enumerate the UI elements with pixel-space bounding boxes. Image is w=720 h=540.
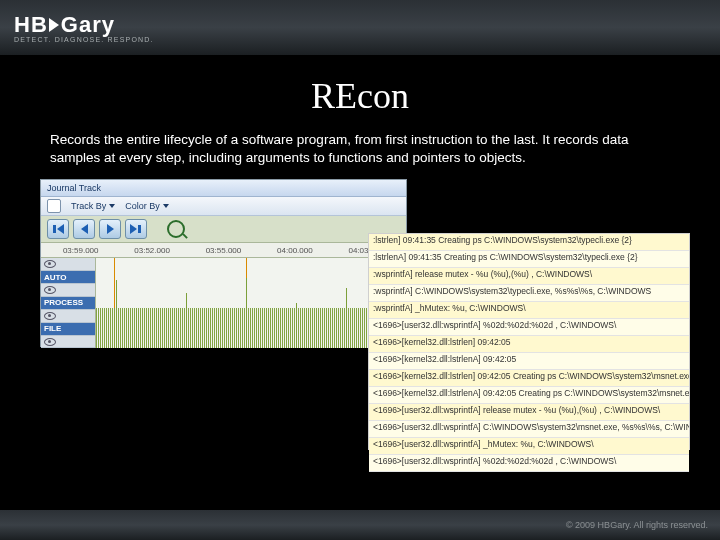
log-line[interactable]: <1696>[user32.dll:wsprintfA] release mut… — [369, 404, 689, 421]
tick: 03:59.000 — [63, 246, 99, 255]
app-titlebar[interactable]: Journal Track — [41, 180, 406, 197]
track-by-button[interactable]: Track By — [71, 201, 115, 211]
app-body: AUTO PROCESS FILE — [41, 258, 406, 348]
color-by-label: Color By — [125, 201, 160, 211]
track-by-label: Track By — [71, 201, 106, 211]
log-line[interactable]: <1696>[user32.dll:wsprintfA] _hMutex: %u… — [369, 438, 689, 455]
log-line[interactable]: <1696>[kernel32.dll:lstrlen] 09:42:05 Cr… — [369, 370, 689, 387]
log-line[interactable]: <1696>[kernel32.dll:lstrlen] 09:42:05 — [369, 336, 689, 353]
sidebar-item[interactable] — [41, 310, 95, 323]
sidebar-item-process[interactable]: PROCESS — [41, 297, 95, 310]
eye-icon — [44, 312, 56, 320]
footer-band: © 2009 HBGary. All rights reserved. — [0, 510, 720, 540]
play-icon — [49, 18, 59, 32]
log-line[interactable]: <1696>[user32.dll:wsprintfA] %02d:%02d:%… — [369, 319, 689, 336]
skip-fwd-button[interactable] — [125, 219, 147, 239]
app-title: Journal Track — [47, 183, 101, 193]
slide-body: REcon Records the entire lifecycle of a … — [0, 55, 720, 510]
play-button[interactable] — [99, 219, 121, 239]
logo-main: HB Gary — [14, 12, 154, 38]
log-line[interactable]: <1696>[user32.dll:wsprintfA] %02d:%02d:%… — [369, 455, 689, 472]
figure-area: Journal Track Track By Color By — [50, 179, 670, 449]
timeline-ruler[interactable]: 03:59.000 03:52.000 03:55.000 04:00.000 … — [41, 243, 406, 258]
app-screenshot: Journal Track Track By Color By — [40, 179, 407, 347]
slide-text: Records the entire lifecycle of a softwa… — [50, 131, 670, 167]
activity-band — [96, 308, 406, 348]
chevron-down-icon — [163, 204, 169, 208]
track-sidebar: AUTO PROCESS FILE — [41, 258, 96, 348]
log-line[interactable]: :wsprintfA] C:\WINDOWS\system32\typecli.… — [369, 285, 689, 302]
tick: 04:00.000 — [277, 246, 313, 255]
transport-bar — [41, 216, 406, 243]
logo-tagline: DETECT. DIAGNOSE. RESPOND. — [14, 36, 154, 43]
sidebar-item-auto[interactable]: AUTO — [41, 271, 95, 284]
zoom-icon[interactable] — [167, 220, 185, 238]
tick: 03:52.000 — [134, 246, 170, 255]
header-band: HB Gary DETECT. DIAGNOSE. RESPOND. — [0, 0, 720, 56]
color-by-button[interactable]: Color By — [125, 201, 169, 211]
log-line[interactable]: :lstrlen] 09:41:35 Creating ps C:\WINDOW… — [369, 234, 689, 251]
eye-icon — [44, 338, 56, 346]
sidebar-item-file[interactable]: FILE — [41, 323, 95, 336]
copyright: © 2009 HBGary. All rights reserved. — [566, 520, 708, 530]
rewind-button[interactable] — [73, 219, 95, 239]
eye-icon — [44, 286, 56, 294]
log-line[interactable]: <1696>[kernel32.dll:lstrlenA] 09:42:05 C… — [369, 387, 689, 404]
logo-text-left: HB — [14, 12, 48, 38]
log-line[interactable]: :wsprintfA] release mutex - %u (%u),(%u)… — [369, 268, 689, 285]
sidebar-item[interactable] — [41, 284, 95, 297]
log-panel: :lstrlen] 09:41:35 Creating ps C:\WINDOW… — [368, 233, 690, 450]
tick: 03:55.000 — [206, 246, 242, 255]
eye-icon — [44, 260, 56, 268]
sidebar-item[interactable] — [41, 336, 95, 349]
log-line[interactable]: :lstrlenA] 09:41:35 Creating ps C:\WINDO… — [369, 251, 689, 268]
track-pane[interactable] — [96, 258, 406, 348]
slide-title: REcon — [50, 75, 670, 117]
chevron-down-icon — [109, 204, 115, 208]
toolbar-icon[interactable] — [47, 199, 61, 213]
logo-text-right: Gary — [61, 12, 115, 38]
log-line[interactable]: :wsprintfA] _hMutex: %u, C:\WINDOWS\ — [369, 302, 689, 319]
sidebar-item[interactable] — [41, 258, 95, 271]
log-line[interactable]: <1696>[user32.dll:wsprintfA] C:\WINDOWS\… — [369, 421, 689, 438]
logo: HB Gary DETECT. DIAGNOSE. RESPOND. — [14, 12, 154, 43]
log-line[interactable]: <1696>[kernel32.dll:lstrlenA] 09:42:05 — [369, 353, 689, 370]
app-toolbar: Track By Color By — [41, 197, 406, 216]
skip-back-button[interactable] — [47, 219, 69, 239]
